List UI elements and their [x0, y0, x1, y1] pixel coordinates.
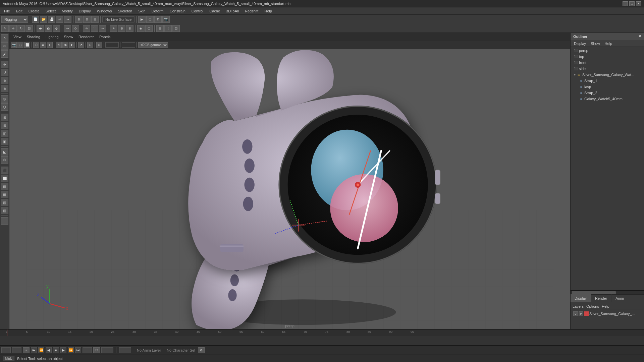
- curve3[interactable]: ∾: [99, 25, 106, 32]
- paint-lt[interactable]: 🖌: [1, 50, 8, 58]
- undo-button[interactable]: ↩: [56, 16, 63, 23]
- mel-label[interactable]: MEL: [3, 356, 14, 361]
- move-lt[interactable]: ✛: [1, 61, 8, 68]
- tree-item-top[interactable]: ⬛ top: [571, 54, 644, 60]
- curve1[interactable]: ∿: [83, 25, 90, 32]
- layer-p-btn[interactable]: P: [579, 311, 583, 316]
- layer6-lt[interactable]: ▨: [1, 207, 8, 214]
- vpt-smooth[interactable]: ◉: [40, 42, 46, 48]
- menu-windows[interactable]: Windows: [94, 8, 115, 14]
- tree-item-side[interactable]: ⬛ side: [571, 66, 644, 72]
- stop-btn[interactable]: ■: [53, 347, 59, 353]
- lasso-button[interactable]: ⊗: [83, 16, 91, 23]
- move-tool[interactable]: ✛: [9, 25, 17, 32]
- back-play-btn[interactable]: ◀: [46, 347, 52, 353]
- menu-file[interactable]: File: [1, 8, 13, 14]
- close-button[interactable]: ✕: [636, 1, 641, 6]
- menu-constrain[interactable]: Constrain: [167, 8, 188, 14]
- timeline-playhead[interactable]: [7, 329, 7, 336]
- menu-select[interactable]: Select: [43, 8, 59, 14]
- vpt-smooth2[interactable]: ●: [47, 42, 53, 48]
- select-lt[interactable]: ↖: [1, 34, 8, 42]
- vpt-hud[interactable]: ⊞: [96, 42, 102, 48]
- vp-panels-menu[interactable]: Panels: [97, 34, 113, 40]
- character-set-options[interactable]: ⚙: [198, 347, 205, 353]
- snap-button[interactable]: ⊞: [91, 16, 99, 23]
- tab-anim[interactable]: Anim: [611, 294, 628, 302]
- outliner-minimize[interactable]: _: [636, 34, 638, 39]
- frame-end-input[interactable]: 120: [83, 347, 92, 353]
- tree-item-persp[interactable]: ⬛ persp: [571, 48, 644, 54]
- exposure-input[interactable]: 0.00: [105, 42, 119, 48]
- colorspace-dropdown[interactable]: sRGB gamma: [138, 42, 168, 48]
- vpt-sel-highlight[interactable]: ⬘: [78, 42, 84, 48]
- maximize-button[interactable]: □: [629, 1, 635, 6]
- viewport-area[interactable]: View Shading Lighting Show Renderer Pane…: [9, 33, 570, 329]
- timeline-area[interactable]: 1 5 10 15 20 25 30 35 40 45 50 55 60 65 …: [0, 329, 644, 345]
- outliner-help-menu[interactable]: Help: [603, 41, 614, 46]
- snap-grid[interactable]: ⊞: [156, 25, 164, 32]
- snap-lt1[interactable]: ⊞: [1, 114, 8, 121]
- vpt-wireframe[interactable]: ⬡: [33, 42, 39, 48]
- sculpt[interactable]: ◐: [45, 25, 52, 32]
- vpt-filmgate[interactable]: ⬚: [17, 42, 23, 48]
- layer-lt[interactable]: ⬛: [1, 167, 8, 174]
- track-lt[interactable]: ☉: [1, 156, 8, 164]
- save-button[interactable]: 💾: [48, 16, 55, 23]
- universal-lt[interactable]: ⊗: [1, 85, 8, 92]
- snap-point[interactable]: ⊡: [172, 25, 180, 32]
- go-end-btn[interactable]: ⏭: [75, 347, 81, 353]
- lasso-lt[interactable]: ⟳: [1, 42, 8, 50]
- render-btn[interactable]: ▶: [138, 16, 146, 23]
- ipr-btn[interactable]: ⬡: [146, 16, 154, 23]
- vpt-camera[interactable]: 📷: [11, 42, 17, 48]
- vpt-resolution[interactable]: ⬜: [24, 42, 30, 48]
- vpt-lights[interactable]: ☀: [56, 42, 62, 48]
- options-label[interactable]: Options: [586, 304, 599, 308]
- layer-v-btn[interactable]: V: [573, 311, 578, 316]
- range-end2-input[interactable]: 200: [119, 347, 131, 353]
- ik-handle[interactable]: ⊹: [72, 25, 79, 32]
- snap-lt3[interactable]: ◫: [1, 130, 8, 137]
- tree-item-group[interactable]: ▼ ⊞ Silver_Samsung_Galaxy_Wat...: [571, 72, 644, 78]
- prev-frame-btn[interactable]: ⏪: [38, 347, 44, 353]
- range-start-input[interactable]: 1: [1, 347, 11, 353]
- redo-button[interactable]: ↪: [64, 16, 71, 23]
- open-button[interactable]: 📂: [40, 16, 47, 23]
- vp-renderer-menu[interactable]: Renderer: [76, 34, 96, 40]
- menu-modify[interactable]: Modify: [59, 8, 75, 14]
- new-scene-button[interactable]: 📄: [32, 16, 39, 23]
- vp-lighting-menu[interactable]: Lighting: [44, 34, 61, 40]
- paint-weights[interactable]: ⬙: [53, 25, 60, 32]
- arrow-tool[interactable]: ↖: [1, 25, 9, 32]
- joint-tool[interactable]: ⊸: [64, 25, 71, 32]
- lattice[interactable]: ⬡: [145, 25, 153, 32]
- cluster[interactable]: ◈: [137, 25, 145, 32]
- tree-item-lasp[interactable]: ◈ lasp: [571, 84, 644, 90]
- menu-skin[interactable]: Skin: [136, 8, 148, 14]
- vpt-iso[interactable]: ⊡: [87, 42, 93, 48]
- translate-plus[interactable]: +: [110, 25, 117, 32]
- mode-dropdown[interactable]: Rigging: [1, 16, 28, 23]
- scale-lt[interactable]: ⊕: [1, 77, 8, 84]
- tree-item-strap1[interactable]: ◈ Strap_1: [571, 78, 644, 84]
- snap-curve[interactable]: ⌇: [164, 25, 172, 32]
- soft-mod[interactable]: ⬬: [37, 25, 44, 32]
- menu-control[interactable]: Control: [189, 8, 206, 14]
- layer5-lt[interactable]: ▧: [1, 199, 8, 206]
- menu-redshift[interactable]: Redshift: [242, 8, 261, 14]
- next-frame-btn[interactable]: ⏩: [68, 347, 74, 353]
- curve2[interactable]: ⌒: [91, 25, 98, 32]
- range-type-btn[interactable]: ⬚: [93, 347, 100, 353]
- outliner-hscroll[interactable]: [571, 290, 644, 294]
- extras-lt[interactable]: ⋯: [1, 217, 8, 225]
- show-manip-lt[interactable]: ⬡: [1, 103, 8, 111]
- rotate-tool[interactable]: ↻: [17, 25, 25, 32]
- scale-tool[interactable]: ⊡: [25, 25, 33, 32]
- soft-select-lt[interactable]: ◎: [1, 95, 8, 103]
- tab-render[interactable]: Render: [591, 294, 611, 302]
- snap-lt4[interactable]: ▣: [1, 138, 8, 145]
- render-cam-btn[interactable]: 📷: [162, 16, 170, 23]
- menu-cache[interactable]: Cache: [207, 8, 223, 14]
- menu-edit[interactable]: Edit: [13, 8, 25, 14]
